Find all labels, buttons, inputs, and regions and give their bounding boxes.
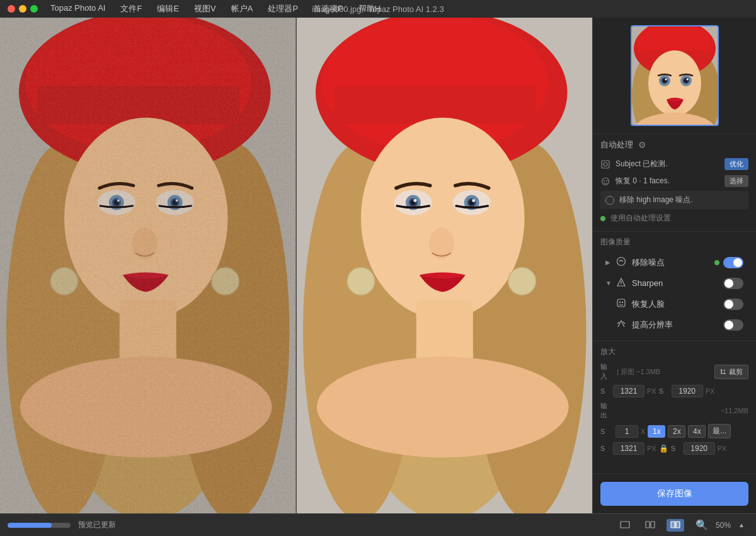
menu-view[interactable]: 视图V (192, 3, 219, 14)
select-button[interactable]: 选择 (724, 175, 748, 187)
output-width[interactable] (613, 442, 644, 455)
save-button[interactable]: 保存图像 (600, 482, 748, 506)
svg-point-69 (604, 180, 605, 181)
svg-point-45 (428, 228, 454, 259)
high-image-row: 移除 high image 噪点. (600, 191, 748, 209)
feature-row-sharpen[interactable]: ▼ Sharpen (600, 273, 748, 293)
feature-row-upscale[interactable]: 提高分辨率 (600, 315, 748, 334)
facerestore-toggle[interactable] (723, 299, 743, 310)
face-icon (600, 176, 610, 186)
out-px-2: PX (718, 445, 727, 452)
svg-point-70 (606, 180, 607, 181)
mult-input[interactable] (616, 425, 638, 438)
image-panel-left (0, 18, 297, 513)
mult-4x-button[interactable]: 4x (688, 425, 706, 438)
menu-edit[interactable]: 编辑E (154, 3, 181, 14)
input-height[interactable] (672, 385, 703, 397)
svg-point-46 (346, 267, 374, 295)
magnify-section: 放大 输入 | 原图 ~1.3MB 裁剪 S PX S P (593, 341, 756, 460)
menu-file[interactable]: 文件F (118, 3, 144, 14)
close-button[interactable] (8, 5, 15, 13)
magnify-title: 放大 (600, 346, 748, 357)
view-split-button[interactable] (641, 519, 659, 532)
menu-topaz[interactable]: Topaz Photo AI (48, 3, 108, 14)
facerestore-icon (616, 298, 627, 310)
sharpen-label: Sharpen (632, 278, 723, 288)
expand-icon-sharpen: ▼ (605, 280, 612, 287)
optimize-button[interactable]: 优化 (724, 158, 748, 170)
image-quality-section: 图像质量 ▶ 移除噪点 ▼ (593, 231, 756, 341)
view-compare-icon (670, 521, 680, 528)
px-label-1: PX (647, 387, 656, 395)
gear-icon[interactable]: ⚙ (638, 140, 646, 150)
auto-process-title: 自动处理 (600, 139, 633, 151)
upscale-toggle[interactable] (723, 319, 743, 331)
svg-point-71 (617, 258, 626, 266)
feature-row-facerestore[interactable]: 恢复人脸 (600, 294, 748, 314)
auto-settings-text: 使用自动处理设置 (610, 213, 671, 224)
svg-point-47 (508, 267, 536, 295)
input-width[interactable] (613, 385, 644, 397)
mult-2x-button[interactable]: 2x (668, 425, 685, 438)
input-dimensions-row: 输入 | 原图 ~1.3MB 裁剪 (600, 362, 748, 381)
save-section: 保存图像 (593, 474, 756, 513)
svg-rect-81 (676, 522, 680, 528)
face-restore-row: 恢复 0 · 1 faces. 选择 (600, 173, 748, 190)
out-s-label: S (600, 445, 610, 452)
view-split-icon (645, 521, 655, 528)
zoom-dropdown-button[interactable]: ▲ (735, 520, 748, 530)
svg-rect-74 (617, 299, 625, 307)
mult-more-button[interactable]: 最... (708, 424, 731, 438)
crop-button[interactable]: 裁剪 (714, 365, 748, 379)
expand-icon-denoise: ▶ (605, 259, 612, 266)
denoise-active-dot (714, 260, 719, 265)
mult-x-label: X (641, 428, 645, 435)
view-single-button[interactable] (616, 519, 634, 532)
bottom-icons: 🔍 50% ▲ (616, 518, 748, 532)
multiplier-row: S X 1x 2x 4x 最... (600, 424, 748, 438)
auto-settings-row[interactable]: 使用自动处理设置 (600, 210, 748, 226)
subject-detected-row: Subject 已检测. 优化 (600, 156, 748, 173)
denoise-toggle[interactable] (723, 257, 743, 268)
svg-rect-24 (0, 18, 296, 513)
menu-account[interactable]: 帐户A (229, 3, 256, 14)
out-px-1: PX (647, 445, 656, 452)
output-height[interactable] (684, 442, 715, 455)
menu-processor[interactable]: 处理器P (265, 3, 301, 14)
svg-point-44 (472, 199, 475, 202)
feature-row-denoise[interactable]: ▶ 移除噪点 (600, 253, 748, 272)
minimize-button[interactable] (19, 5, 26, 13)
svg-rect-79 (651, 522, 655, 528)
image-area (0, 18, 592, 513)
out-s-label2: S (671, 445, 681, 452)
size-s-label: S (600, 387, 610, 395)
upscale-toggle-knob (724, 321, 733, 329)
progress-bar-container (8, 523, 71, 528)
crop-label: 裁剪 (729, 367, 743, 377)
mult-1x-button[interactable]: 1x (648, 425, 665, 438)
image-panel-right (297, 18, 593, 513)
green-dot (600, 216, 605, 221)
title-bar: Topaz Photo AI 文件F 编辑E 视图V 帐户A 处理器P 首选项P… (0, 0, 756, 18)
svg-point-76 (622, 302, 623, 303)
view-compare-button[interactable] (667, 519, 684, 532)
maximize-button[interactable] (30, 5, 38, 13)
thumbnail-section (593, 18, 756, 134)
input-label: 输入 (600, 362, 613, 381)
upscale-label: 提高分辨率 (632, 319, 723, 331)
sharpen-toggle[interactable] (723, 278, 743, 289)
window-title: image000.jpg - Topaz Photo AI 1.2.3 (312, 4, 444, 14)
output-label: 输出 (600, 401, 613, 420)
main-content: 自动处理 ⚙ Subject 已检测. 优化 (0, 18, 756, 513)
zoom-area: 🔍 50% ▲ (692, 518, 748, 532)
svg-point-61 (665, 79, 667, 81)
svg-point-75 (619, 302, 621, 303)
svg-rect-66 (602, 161, 609, 168)
auto-process-header: 自动处理 ⚙ (600, 139, 748, 151)
zoom-out-button[interactable]: 🔍 (692, 518, 712, 532)
sharpen-icon (616, 277, 627, 289)
denoise-icon (616, 256, 627, 268)
output-row: 输出 ~11.2MB (600, 401, 748, 420)
upscale-icon (616, 319, 627, 331)
svg-point-67 (604, 163, 607, 166)
